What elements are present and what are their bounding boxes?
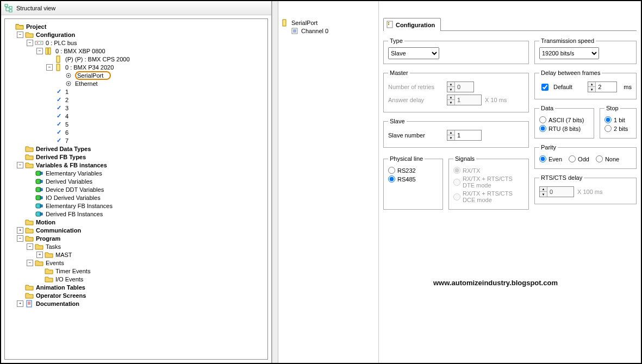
svg-rect-8 <box>57 56 60 62</box>
radio-rtu[interactable] <box>539 125 546 132</box>
rts-spin[interactable]: ▲▼ <box>539 186 574 197</box>
titlebar-title: Structural view <box>16 5 55 11</box>
node-events[interactable]: −Events <box>27 259 266 267</box>
radio-2bits[interactable] <box>604 125 612 132</box>
expand-icon[interactable]: + <box>17 227 23 234</box>
node-serialport[interactable]: SerialPort <box>56 71 266 79</box>
node-plc-bus[interactable]: − 0 : PLC bus <box>27 39 266 47</box>
node-doc[interactable]: +Documentation <box>17 299 266 307</box>
folder-icon <box>15 23 24 30</box>
collapse-icon[interactable]: − <box>17 235 23 242</box>
project-tree[interactable]: Project − Configuration <box>4 18 268 360</box>
node-der-vars[interactable]: Derived Variables <box>27 177 266 185</box>
svg-rect-23 <box>40 205 42 207</box>
fieldset-master: Master Number of retries ▲▼ Answer delay… <box>383 70 529 112</box>
svg-rect-7 <box>48 48 51 54</box>
collapse-icon[interactable]: − <box>27 40 33 46</box>
radio-odd[interactable] <box>569 155 576 162</box>
node-timer[interactable]: Timer Events <box>36 267 266 275</box>
node-slot[interactable]: ✓7 <box>46 136 266 145</box>
collapse-icon[interactable]: − <box>27 243 33 250</box>
fieldset-data: Data ASCII (7 bits) RTU (8 bits) <box>534 105 594 139</box>
node-rack[interactable]: − 0 : BMX XBP 0800 <box>36 47 266 55</box>
collapse-icon[interactable]: − <box>36 48 43 54</box>
node-derived-fb[interactable]: Derived FB Types <box>17 153 266 161</box>
expand-icon[interactable]: + <box>36 252 43 258</box>
slave-number-spin[interactable]: ▲▼ <box>447 130 482 141</box>
radio-none[interactable] <box>596 155 603 162</box>
label-answer-delay: Answer delay <box>388 97 444 103</box>
spin-down[interactable]: ▼ <box>447 135 454 140</box>
tab-configuration[interactable]: Configuration <box>383 18 441 31</box>
node-comm[interactable]: +Communication <box>17 226 266 234</box>
node-configuration[interactable]: − Configuration <box>17 30 266 39</box>
check-icon: ✓ <box>54 96 63 104</box>
speed-select[interactable]: 19200 bits/s <box>539 47 599 59</box>
collapse-icon[interactable]: − <box>27 260 33 266</box>
structural-view-panel: Structural view Project − <box>1 1 272 363</box>
node-project[interactable]: Project <box>7 22 266 30</box>
fieldset-physical: Physical line RS232 RS485 <box>383 155 443 210</box>
spin-down[interactable]: ▼ <box>447 100 454 105</box>
node-tasks[interactable]: −Tasks <box>27 242 266 250</box>
node-slot[interactable]: ✓3 <box>46 104 266 112</box>
delay-frames-input[interactable] <box>596 82 616 92</box>
folder-icon <box>25 145 34 153</box>
expand-icon[interactable]: + <box>17 300 23 307</box>
spin-down[interactable]: ▼ <box>540 192 547 197</box>
spin-up[interactable]: ▲ <box>447 82 454 87</box>
spin-up[interactable]: ▲ <box>447 130 454 135</box>
collapse-icon[interactable]: − <box>46 64 53 71</box>
var-icon <box>35 186 43 193</box>
slave-number-input[interactable] <box>455 130 481 140</box>
answer-delay-spin[interactable]: ▲▼ <box>447 95 482 105</box>
radio-ascii[interactable] <box>539 116 546 123</box>
node-anim[interactable]: Animation Tables <box>17 283 266 291</box>
retries-spin[interactable]: ▲▼ <box>447 81 474 92</box>
svg-rect-19 <box>40 189 42 191</box>
radio-even[interactable] <box>539 155 546 162</box>
fieldset-rts: RTS/CTS delay ▲▼ X 100 ms <box>534 174 637 204</box>
radio-rs485[interactable] <box>388 175 395 183</box>
collapse-icon[interactable]: − <box>17 32 23 38</box>
checkbox-default[interactable] <box>541 84 548 91</box>
node-slot[interactable]: ✓1 <box>46 87 266 96</box>
node-derived-data[interactable]: Derived Data Types <box>17 145 266 153</box>
spin-down[interactable]: ▼ <box>447 87 454 92</box>
node-program[interactable]: −Program <box>17 234 266 242</box>
node-slot[interactable]: ✓6 <box>46 128 266 136</box>
node-channel0[interactable]: Channel 0 <box>290 27 376 35</box>
radio-dte <box>453 179 460 186</box>
tab-strip: Configuration <box>383 17 637 31</box>
channel-tree[interactable]: SerialPort Channel 0 <box>278 1 379 363</box>
node-vars-fb[interactable]: −Variables & FB instances <box>17 161 266 169</box>
node-ioev[interactable]: I/O Events <box>36 275 266 283</box>
node-io-der[interactable]: IO Derived Variables <box>27 193 266 202</box>
node-ethernet[interactable]: Ethernet <box>56 79 266 87</box>
folder-icon <box>25 292 34 299</box>
spin-up[interactable]: ▲ <box>540 187 547 192</box>
node-slot[interactable]: ✓5 <box>46 120 266 128</box>
spin-down[interactable]: ▼ <box>588 87 595 92</box>
node-motion[interactable]: Motion <box>17 218 266 226</box>
spin-up[interactable]: ▲ <box>447 95 454 100</box>
node-cps[interactable]: (P) (P) : BMX CPS 2000 <box>46 55 266 63</box>
type-select[interactable]: Slave <box>388 47 439 59</box>
node-el-vars[interactable]: Elementary Variables <box>27 169 266 177</box>
node-ddt-vars[interactable]: Device DDT Variables <box>27 185 266 193</box>
delay-frames-spin[interactable]: ▲▼ <box>588 81 617 92</box>
node-der-fbi[interactable]: Derived FB Instances <box>27 210 266 218</box>
splitter[interactable] <box>272 1 278 363</box>
node-slot[interactable]: ✓2 <box>46 96 266 104</box>
fieldset-type: Type Slave <box>383 37 529 64</box>
spin-up[interactable]: ▲ <box>588 82 595 87</box>
node-mast[interactable]: +MAST <box>36 250 266 259</box>
node-slot[interactable]: ✓4 <box>46 112 266 120</box>
collapse-icon[interactable]: − <box>17 162 23 168</box>
radio-1bit[interactable] <box>604 116 612 123</box>
node-cpu[interactable]: − 0 : BMX P34 2020 <box>46 63 266 71</box>
node-opscr[interactable]: Operator Screens <box>17 291 266 299</box>
radio-rs232[interactable] <box>388 167 395 174</box>
node-serialport-right[interactable]: SerialPort <box>281 18 376 27</box>
node-el-fb[interactable]: Elementary FB Instances <box>27 202 266 210</box>
